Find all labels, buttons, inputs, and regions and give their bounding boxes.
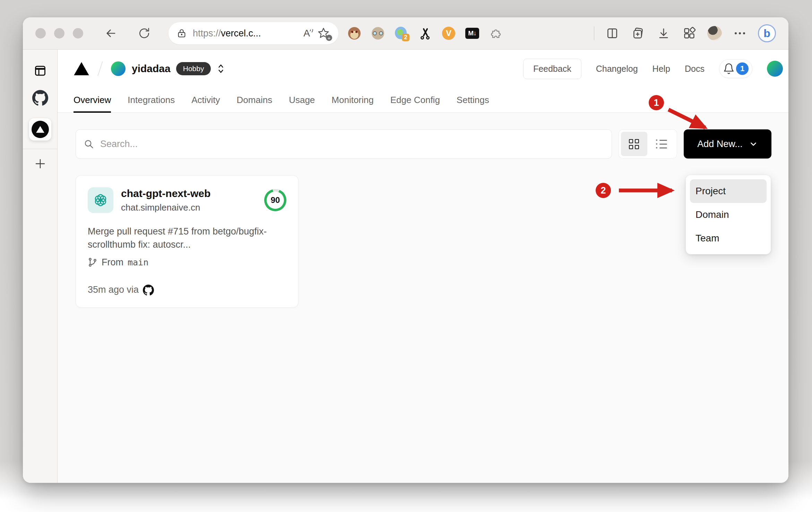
branch-label: From: [102, 257, 123, 268]
add-new-button[interactable]: Add New...: [684, 129, 771, 159]
minimize-button[interactable]: [54, 28, 64, 39]
grid-view-button[interactable]: [621, 132, 647, 156]
browser-toolbar: https://vercel.c... A + 2 V M↓: [23, 17, 788, 50]
dropdown-item-project[interactable]: Project: [690, 179, 767, 203]
dashboard-content: Add New...: [58, 113, 788, 483]
notifications-button[interactable]: 1: [719, 59, 752, 78]
list-view-icon: [656, 139, 667, 148]
read-aloud-button[interactable]: A: [303, 28, 310, 39]
persona-extension-icon[interactable]: [371, 26, 385, 40]
downloads-button[interactable]: [656, 26, 671, 41]
browser-window: https://vercel.c... A + 2 V M↓: [23, 17, 788, 483]
settings-menu-button[interactable]: [732, 26, 748, 41]
plan-badge: Hobby: [176, 62, 211, 75]
vercel-sidebar-tab[interactable]: [29, 118, 51, 140]
reload-button[interactable]: [137, 26, 152, 41]
tab-settings[interactable]: Settings: [457, 88, 489, 112]
dropdown-item-domain[interactable]: Domain: [690, 203, 767, 227]
changelog-link[interactable]: Changelog: [596, 64, 638, 74]
score-value: 90: [267, 191, 284, 209]
markdown-download-icon: M↓: [465, 28, 479, 39]
list-view-button[interactable]: [649, 132, 675, 156]
clipper-extension-icon[interactable]: [418, 26, 432, 40]
openai-logo-icon: [93, 192, 109, 208]
translate-extension-icon[interactable]: 2: [395, 26, 408, 40]
add-tab-icon[interactable]: [34, 157, 46, 170]
download-icon: [657, 27, 670, 40]
zoom-button[interactable]: [73, 28, 83, 39]
markdown-extension-icon[interactable]: M↓: [465, 26, 479, 40]
toolbar-right-group: b: [594, 24, 776, 42]
github-sidebar-icon[interactable]: [32, 90, 48, 106]
search-box[interactable]: [76, 129, 612, 159]
v-extension-icon[interactable]: V: [442, 26, 456, 40]
back-arrow-icon: [104, 27, 118, 40]
add-new-label: Add New...: [697, 139, 743, 150]
bell-icon: [723, 63, 735, 75]
commit-message: Merge pull request #715 from betgo/bugfi…: [88, 225, 286, 251]
translate-icon: 2: [395, 27, 408, 40]
workspaces-button[interactable]: [682, 26, 697, 41]
reload-icon: [138, 27, 150, 40]
url-host: vercel.c...: [221, 28, 261, 39]
collections-icon: [631, 26, 645, 40]
extensions-menu-button[interactable]: [489, 26, 503, 40]
team-name[interactable]: yidadaa: [132, 63, 171, 75]
apps-grid-icon: [682, 26, 696, 40]
favorites-button[interactable]: +: [318, 27, 330, 40]
score-ring[interactable]: 90: [264, 189, 286, 211]
user-avatar[interactable]: [767, 61, 783, 77]
collections-button[interactable]: [630, 26, 646, 41]
dropdown-item-team[interactable]: Team: [690, 227, 767, 250]
project-card[interactable]: chat-gpt-next-web chat.simplenaive.cn 90…: [76, 175, 299, 308]
deploy-meta: 35m ago via: [88, 284, 139, 295]
git-branch-icon: [88, 257, 97, 267]
tab-edge-config[interactable]: Edge Config: [390, 88, 440, 112]
tab-activity[interactable]: Activity: [191, 88, 220, 112]
github-source-icon: [143, 284, 154, 296]
puzzle-icon: [490, 27, 502, 40]
vercel-circle-icon: [32, 121, 49, 138]
tab-overview[interactable]: Overview: [74, 88, 111, 112]
close-button[interactable]: [35, 28, 46, 39]
tab-domains[interactable]: Domains: [237, 88, 273, 112]
toolbar-divider: [594, 26, 594, 40]
team-avatar[interactable]: [111, 61, 126, 76]
tab-monitoring[interactable]: Monitoring: [331, 88, 373, 112]
bing-icon: b: [763, 27, 770, 40]
traffic-lights: [35, 28, 83, 39]
sidebar-divider: [23, 149, 57, 149]
tab-integrations[interactable]: Integrations: [128, 88, 175, 112]
nav-tabs: Overview Integrations Activity Domains U…: [58, 88, 788, 113]
url-text[interactable]: https://vercel.c...: [193, 28, 261, 39]
browser-profile-avatar[interactable]: [707, 26, 722, 41]
lock-icon[interactable]: [177, 28, 187, 39]
browser-sidebar: [23, 50, 58, 483]
split-screen-icon: [606, 27, 619, 40]
v-badge-icon: V: [442, 27, 455, 40]
search-input[interactable]: [100, 139, 604, 150]
vercel-header: yidadaa Hobby Feedback Changelog Help Do…: [58, 50, 788, 113]
chevron-down-icon: [749, 139, 758, 148]
project-domain[interactable]: chat.simplenaive.cn: [121, 202, 210, 213]
grid-view-icon: [629, 139, 639, 149]
sidebar-toggle-icon[interactable]: [34, 64, 47, 77]
tab-usage[interactable]: Usage: [289, 88, 315, 112]
scope-switcher-icon[interactable]: [216, 63, 225, 74]
vercel-logo-icon[interactable]: [74, 61, 89, 76]
star-plus-icon: +: [326, 35, 332, 41]
url-scheme: https://: [193, 28, 221, 39]
search-icon: [84, 139, 94, 149]
address-bar[interactable]: https://vercel.c... A +: [169, 22, 338, 44]
feedback-button[interactable]: Feedback: [523, 59, 581, 79]
split-screen-button[interactable]: [605, 26, 620, 41]
tampermonkey-extension-icon[interactable]: [347, 26, 361, 40]
bing-chat-button[interactable]: b: [758, 24, 776, 42]
docs-link[interactable]: Docs: [685, 64, 705, 74]
project-avatar: [88, 187, 113, 213]
back-button[interactable]: [103, 26, 119, 41]
translate-badge: 2: [402, 34, 409, 41]
add-new-dropdown: Project Domain Team: [686, 175, 771, 254]
help-link[interactable]: Help: [653, 64, 670, 74]
notification-badge: 1: [736, 62, 749, 75]
